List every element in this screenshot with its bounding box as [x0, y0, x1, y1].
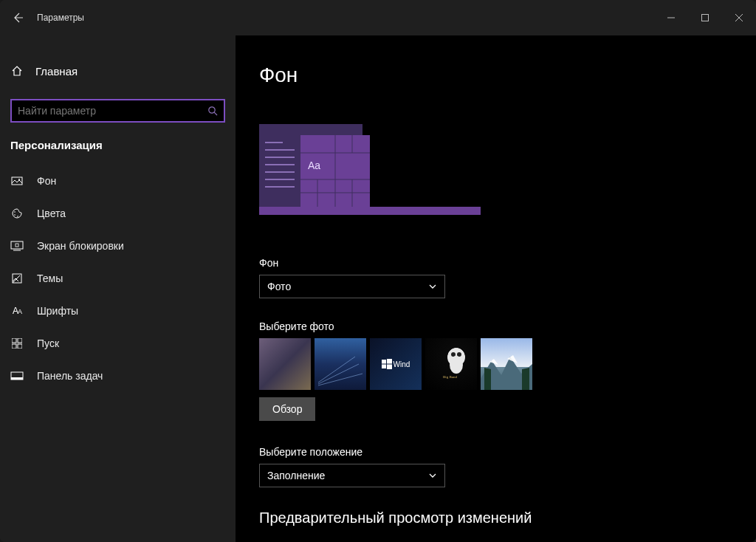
sidebar-section-header: Персонализация	[0, 133, 236, 159]
sidebar-item-label: Фон	[37, 175, 56, 187]
preview-sample-text: Aa	[308, 159, 320, 171]
sidebar-item-label: Пуск	[37, 337, 59, 349]
svg-point-10	[17, 216, 18, 217]
svg-rect-6	[12, 177, 22, 185]
photo-thumbnails: Wind Big Band	[259, 338, 732, 390]
svg-rect-30	[382, 365, 386, 369]
back-button[interactable]	[0, 0, 35, 35]
photo-thumb-5[interactable]	[481, 338, 532, 390]
palette-icon	[10, 207, 24, 219]
svg-rect-13	[16, 244, 18, 247]
sidebar-item-colors[interactable]: Цвета	[0, 197, 236, 230]
background-select-value: Фото	[267, 281, 291, 292]
svg-rect-17	[12, 344, 16, 349]
windows-logo-icon	[382, 359, 392, 369]
picture-icon	[10, 175, 24, 187]
fonts-icon: AA	[10, 306, 24, 316]
photo-thumb-2[interactable]	[315, 338, 366, 390]
arrow-left-icon	[12, 12, 24, 24]
preview-changes-heading: Предварительный просмотр изменений	[259, 510, 732, 526]
svg-marker-40	[484, 368, 491, 390]
svg-text:Big Band: Big Band	[443, 375, 458, 379]
svg-rect-18	[18, 344, 22, 349]
background-select[interactable]: Фото	[259, 275, 445, 298]
sidebar-item-start[interactable]: Пуск	[0, 327, 236, 360]
lockscreen-icon	[10, 241, 24, 251]
sidebar-item-fonts[interactable]: AA Шрифты	[0, 295, 236, 327]
sidebar-item-label: Темы	[37, 272, 63, 284]
browse-button[interactable]: Обзор	[259, 397, 315, 421]
position-select[interactable]: Заполнение	[259, 464, 445, 487]
maximize-button[interactable]	[688, 6, 722, 30]
photo-thumb-3[interactable]: Wind	[370, 338, 422, 390]
svg-point-33	[451, 352, 456, 357]
svg-rect-31	[387, 365, 392, 370]
close-button[interactable]	[722, 6, 756, 30]
window-title: Параметры	[37, 13, 84, 23]
position-label: Выберите положение	[259, 446, 732, 458]
chevron-down-icon	[428, 282, 437, 291]
svg-rect-20	[11, 377, 23, 380]
sidebar-item-label: Шрифты	[37, 305, 78, 317]
photo-thumb-1[interactable]	[259, 338, 311, 390]
titlebar: Параметры	[0, 0, 756, 35]
svg-point-9	[14, 214, 16, 216]
sidebar-item-lockscreen[interactable]: Экран блокировки	[0, 230, 236, 262]
svg-rect-1	[702, 15, 709, 21]
chevron-down-icon	[428, 471, 437, 480]
close-icon	[735, 14, 743, 21]
svg-point-7	[18, 179, 20, 180]
main-content: Фон	[236, 35, 756, 542]
photo-thumb-4[interactable]: Big Band	[425, 338, 477, 390]
svg-point-35	[450, 356, 463, 374]
page-title: Фон	[259, 64, 732, 87]
svg-rect-16	[18, 338, 22, 343]
themes-icon	[10, 272, 24, 284]
sidebar-item-label: Экран блокировки	[37, 240, 124, 252]
sidebar-nav: Фон Цвета Экран блокировки	[0, 159, 236, 392]
start-icon	[10, 338, 24, 349]
background-label: Фон	[259, 257, 732, 269]
maximize-icon	[701, 14, 709, 21]
choose-photo-label: Выберите фото	[259, 320, 732, 332]
sidebar: Главная Персонализация Фон	[0, 35, 236, 542]
minimize-button[interactable]	[654, 6, 688, 30]
sidebar-item-themes[interactable]: Темы	[0, 262, 236, 295]
sidebar-home[interactable]: Главная	[0, 56, 236, 86]
sidebar-item-taskbar[interactable]: Панель задач	[0, 360, 236, 392]
svg-rect-28	[382, 360, 386, 364]
sidebar-item-label: Цвета	[37, 207, 66, 219]
minimize-icon	[667, 14, 675, 21]
svg-point-34	[457, 352, 461, 357]
svg-marker-41	[522, 368, 529, 390]
desktop-preview: Aa	[259, 124, 481, 227]
svg-rect-15	[12, 338, 16, 343]
home-icon	[10, 65, 24, 77]
position-select-value: Заполнение	[267, 470, 325, 481]
sidebar-home-label: Главная	[35, 65, 78, 78]
thumb-text: Wind	[394, 360, 410, 368]
taskbar-icon	[10, 371, 24, 380]
svg-rect-11	[11, 241, 23, 249]
svg-rect-29	[387, 359, 392, 364]
search-input[interactable]	[10, 99, 225, 123]
sidebar-item-background[interactable]: Фон	[0, 165, 236, 197]
svg-point-8	[14, 211, 16, 213]
sidebar-item-label: Панель задач	[37, 370, 103, 382]
